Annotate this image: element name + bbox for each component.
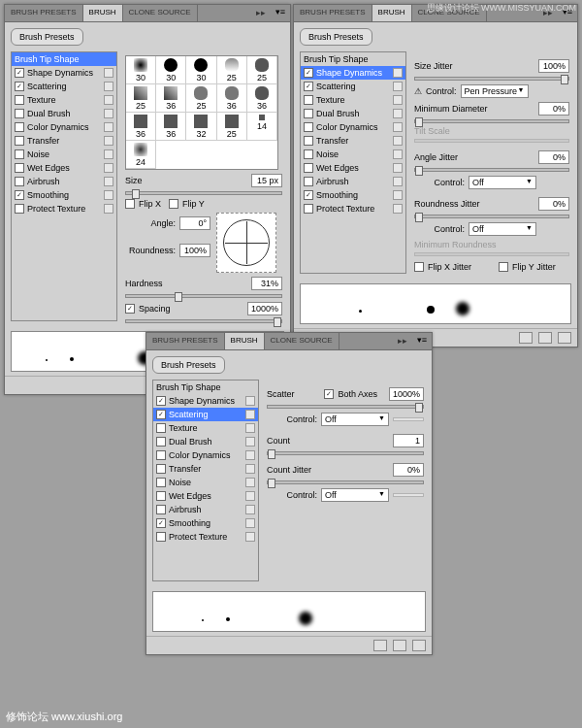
checkbox-icon[interactable] <box>156 478 166 487</box>
checkbox-icon[interactable] <box>15 82 24 91</box>
lock-icon[interactable] <box>104 109 113 118</box>
lock-icon[interactable] <box>393 95 403 105</box>
checkbox-icon[interactable] <box>15 136 24 146</box>
tab-brush[interactable]: BRUSH <box>225 333 265 349</box>
lock-icon[interactable] <box>245 450 255 460</box>
checkbox-icon[interactable] <box>304 163 313 173</box>
sidebar-protect-texture[interactable]: Protect Texture <box>12 202 116 215</box>
lock-icon[interactable] <box>393 149 403 159</box>
spacing-value[interactable]: 1000% <box>247 302 282 315</box>
lock-icon[interactable] <box>393 122 403 132</box>
size-jitter-value[interactable]: 100% <box>538 59 569 73</box>
count-jitter-control-select[interactable]: Off▼ <box>321 488 389 502</box>
checkbox-icon[interactable] <box>15 204 24 214</box>
checkbox-icon[interactable] <box>156 505 166 514</box>
tab-clone-source[interactable]: CLONE SOURCE <box>123 5 198 21</box>
tab-brush-presets[interactable]: BRUSH PRESETS <box>5 5 83 21</box>
sidebar-smoothing[interactable]: Smoothing <box>12 188 116 202</box>
hardness-value[interactable]: 31% <box>251 277 282 290</box>
toggle-icon[interactable] <box>519 332 533 344</box>
lock-icon[interactable] <box>393 68 403 78</box>
lock-icon[interactable] <box>104 95 113 105</box>
checkbox-icon[interactable] <box>156 491 166 501</box>
checkbox-icon[interactable] <box>304 149 313 159</box>
checkbox-icon[interactable] <box>304 82 313 91</box>
sidebar-protect-texture[interactable]: Protect Texture <box>153 530 258 544</box>
toggle-icon[interactable] <box>373 640 387 651</box>
spacing-slider[interactable] <box>125 319 282 323</box>
brush-presets-button[interactable]: Brush Presets <box>300 28 372 46</box>
checkbox-icon[interactable] <box>304 122 313 132</box>
collapse-icon[interactable]: ▸▸ <box>393 333 412 349</box>
new-icon[interactable] <box>393 640 406 651</box>
tab-brush-presets[interactable]: BRUSH PRESETS <box>294 5 372 21</box>
checkbox-icon[interactable] <box>15 190 24 200</box>
sidebar-transfer[interactable]: Transfer <box>301 134 405 148</box>
lock-icon[interactable] <box>104 204 113 214</box>
checkbox-icon[interactable] <box>156 450 166 460</box>
sidebar-color-dynamics[interactable]: Color Dynamics <box>301 120 405 134</box>
scatter-control-select[interactable]: Off▼ <box>321 413 389 426</box>
sidebar-shape-dynamics[interactable]: Shape Dynamics <box>12 66 116 80</box>
checkbox-icon[interactable] <box>15 177 24 186</box>
hardness-slider[interactable] <box>125 294 282 298</box>
checkbox-icon[interactable] <box>304 177 313 186</box>
lock-icon[interactable] <box>245 410 255 419</box>
checkbox-icon[interactable] <box>304 68 313 78</box>
lock-icon[interactable] <box>245 532 255 542</box>
roundness-control-select[interactable]: Off▼ <box>469 222 536 236</box>
checkbox-icon[interactable] <box>156 532 166 542</box>
roundness-jitter-slider[interactable] <box>414 215 569 218</box>
lock-icon[interactable] <box>245 505 255 514</box>
lock-icon[interactable] <box>393 136 403 146</box>
count-jitter-value[interactable]: 0% <box>393 463 424 477</box>
checkbox-icon[interactable] <box>156 437 166 447</box>
lock-icon[interactable] <box>245 396 255 406</box>
sidebar-brush-tip-shape[interactable]: Brush Tip Shape <box>301 52 405 66</box>
both-axes-checkbox[interactable] <box>324 389 334 399</box>
sidebar-transfer[interactable]: Transfer <box>12 134 116 148</box>
checkbox-icon[interactable] <box>304 136 313 146</box>
tab-brush[interactable]: BRUSH <box>372 5 412 21</box>
sidebar-shape-dynamics[interactable]: Shape Dynamics <box>153 394 258 408</box>
lock-icon[interactable] <box>104 190 113 200</box>
sidebar-color-dynamics[interactable]: Color Dynamics <box>12 120 116 134</box>
roundness-value[interactable]: 100% <box>179 244 210 257</box>
sidebar-texture[interactable]: Texture <box>12 93 116 107</box>
checkbox-icon[interactable] <box>304 95 313 105</box>
tab-clone-source[interactable]: CLONE SOURCE <box>265 333 340 349</box>
checkbox-icon[interactable] <box>15 95 24 105</box>
sidebar-noise[interactable]: Noise <box>301 148 405 161</box>
sidebar-dual-brush[interactable]: Dual Brush <box>301 107 405 120</box>
checkbox-icon[interactable] <box>15 163 24 173</box>
size-value[interactable]: 15 px <box>251 174 282 187</box>
sidebar-smoothing[interactable]: Smoothing <box>153 516 258 530</box>
spacing-checkbox[interactable] <box>125 304 135 314</box>
lock-icon[interactable] <box>393 177 403 186</box>
checkbox-icon[interactable] <box>15 149 24 159</box>
lock-icon[interactable] <box>104 177 113 186</box>
lock-icon[interactable] <box>104 122 113 132</box>
lock-icon[interactable] <box>104 82 113 91</box>
sidebar-wet-edges[interactable]: Wet Edges <box>153 489 258 503</box>
checkbox-icon[interactable] <box>156 518 166 528</box>
scatter-slider[interactable] <box>267 405 424 409</box>
sidebar-brush-tip-shape[interactable]: Brush Tip Shape <box>12 52 116 66</box>
lock-icon[interactable] <box>393 82 403 91</box>
lock-icon[interactable] <box>393 163 403 173</box>
brush-presets-button[interactable]: Brush Presets <box>11 28 83 46</box>
checkbox-icon[interactable] <box>15 109 24 118</box>
checkbox-icon[interactable] <box>304 190 313 200</box>
sidebar-dual-brush[interactable]: Dual Brush <box>153 435 258 448</box>
sidebar-scattering[interactable]: Scattering <box>301 80 405 93</box>
lock-icon[interactable] <box>104 136 113 146</box>
sidebar-scattering[interactable]: Scattering <box>153 408 258 421</box>
flipy-jitter-checkbox[interactable] <box>499 262 508 272</box>
lock-icon[interactable] <box>393 204 403 214</box>
lock-icon[interactable] <box>104 68 113 78</box>
checkbox-icon[interactable] <box>156 464 166 474</box>
roundness-jitter-value[interactable]: 0% <box>538 197 569 211</box>
sidebar-texture[interactable]: Texture <box>301 93 405 107</box>
checkbox-icon[interactable] <box>156 410 166 419</box>
sidebar-wet-edges[interactable]: Wet Edges <box>301 161 405 175</box>
